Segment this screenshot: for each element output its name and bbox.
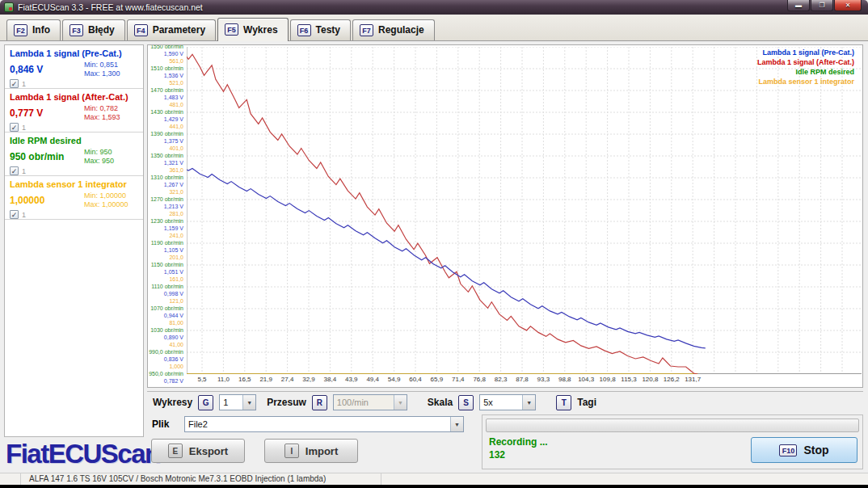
y-axis-tick: 401,01350 obr/min1,321 V bbox=[148, 145, 183, 166]
signal-checkbox-label: 1 bbox=[22, 80, 26, 88]
signal-checkbox[interactable]: ✓ bbox=[10, 210, 19, 219]
signal-title: Lambda sensor 1 integrator bbox=[10, 179, 138, 190]
signal-sidebar: Lambda 1 signal (Pre-Cat.)0,846 VMin: 0,… bbox=[4, 44, 144, 437]
y-axis-tick: 521,01470 obr/min1,483 V bbox=[148, 79, 183, 101]
recording-count: 132 bbox=[489, 449, 505, 461]
y-axis-tick: 321,01270 obr/min1,213 V bbox=[148, 188, 183, 210]
status-segment-blank bbox=[0, 473, 21, 485]
y-axis-tick: 81,001030 obr/min0,890 V bbox=[148, 319, 183, 341]
tab-wykres[interactable]: F5Wykres bbox=[217, 18, 288, 41]
signal-title: Lambda 1 signal (Pre-Cat.) bbox=[10, 48, 138, 59]
progress-bar bbox=[486, 419, 859, 432]
series-line bbox=[187, 168, 706, 348]
taskbar-edge bbox=[0, 485, 868, 488]
signal-checkbox[interactable]: ✓ bbox=[10, 79, 19, 88]
tab-label: Wykres bbox=[243, 24, 277, 36]
legend-item: Lambda 1 signal (Pre-Cat.) bbox=[757, 48, 854, 57]
tab-testy[interactable]: F6Testy bbox=[290, 19, 351, 40]
chevron-down-icon: ▼ bbox=[522, 395, 535, 410]
eksport-button[interactable]: E Eksport bbox=[151, 439, 245, 463]
key-f5-badge: F5 bbox=[225, 23, 238, 36]
tab-label: Info bbox=[32, 24, 50, 36]
main-area: Lambda 1 signal (Pre-Cat.)0,846 VMin: 0,… bbox=[0, 41, 868, 473]
chart-panel: 1,000950,0 obr/min0,782 V41,00990,0 obr/… bbox=[147, 44, 863, 388]
y-axis-tick: 1,000950,0 obr/min0,782 V bbox=[148, 363, 183, 385]
import-button[interactable]: I Import bbox=[264, 439, 358, 463]
chart-controls-row: Wykresy G 1 ▼ Przesuw R 100/min ▼ Skala … bbox=[147, 391, 863, 413]
signal-checkbox-label: 1 bbox=[22, 211, 26, 219]
window-title: FiatECUScan 3.3 - FREE at www.fiatecusca… bbox=[18, 2, 203, 12]
key-f4-badge: F4 bbox=[134, 24, 148, 36]
series-line bbox=[187, 49, 697, 374]
key-f7-badge: F7 bbox=[360, 24, 373, 36]
tab-parametery[interactable]: F4Parametery bbox=[127, 19, 216, 40]
key-e-badge: E bbox=[168, 444, 183, 458]
skala-select[interactable]: 5x ▼ bbox=[479, 394, 536, 410]
signal-value: 0,777 V bbox=[10, 104, 84, 122]
y-axis-tick: 41,00990,0 obr/min0,836 V bbox=[148, 341, 183, 363]
vehicle-info: ALFA 147 1.6 TS 16V 105CV / Bosch Motron… bbox=[21, 473, 381, 485]
app-window: FiatECUScan 3.3 - FREE at www.fiatecusca… bbox=[0, 0, 868, 485]
chevron-down-icon: ▼ bbox=[242, 395, 255, 410]
y-axis-tick: 601,01550 obr/min1,590 V bbox=[148, 44, 183, 57]
tagi-label: Tagi bbox=[577, 397, 596, 408]
fiatecuscan-logo: FiatECUScan bbox=[6, 439, 160, 469]
key-f10-badge: F10 bbox=[779, 444, 797, 456]
y-axis-tick: 481,01430 obr/min1,429 V bbox=[148, 101, 183, 123]
key-f3-badge: F3 bbox=[70, 24, 83, 36]
tab-błędy[interactable]: F3Błędy bbox=[62, 19, 125, 40]
signal-checkbox[interactable]: ✓ bbox=[10, 123, 19, 132]
close-button[interactable]: ✕ bbox=[834, 0, 862, 11]
key-f2-badge: F2 bbox=[14, 24, 27, 36]
signal-minmax: Min: 0,851Max: 1,300 bbox=[84, 61, 120, 78]
signal-minmax: Min: 950Max: 950 bbox=[84, 148, 114, 166]
status-bar: ALFA 147 1.6 TS 16V 105CV / Bosch Motron… bbox=[0, 473, 868, 485]
key-g-badge: G bbox=[198, 395, 213, 410]
signal-value: 1,00000 bbox=[10, 191, 84, 209]
signal-minmax: Min: 0,782Max: 1,593 bbox=[84, 104, 120, 122]
key-s-badge: S bbox=[458, 395, 474, 410]
tab-regulacje[interactable]: F7Regulacje bbox=[352, 19, 435, 40]
signal-checkbox[interactable]: ✓ bbox=[10, 166, 19, 175]
title-bar: FiatECUScan 3.3 - FREE at www.fiatecusca… bbox=[0, 0, 868, 15]
legend-item: Lambda 1 signal (After-Cat.) bbox=[757, 57, 854, 67]
y-axis-tick: 161,01110 obr/min0,998 V bbox=[148, 276, 183, 297]
signal-minmax: Min: 1,00000Max: 1,00000 bbox=[84, 191, 129, 209]
signal-value: 950 obr/min bbox=[10, 148, 84, 166]
y-axis-tick: 241,01190 obr/min1,105 V bbox=[148, 232, 183, 254]
stop-button[interactable]: F10 Stop bbox=[751, 437, 857, 463]
tab-label: Regulacje bbox=[378, 24, 424, 36]
legend-item: Lambda sensor 1 integrator bbox=[757, 77, 854, 86]
recording-status: Recording ... bbox=[489, 436, 548, 448]
tab-label: Błędy bbox=[88, 24, 115, 36]
przesuw-select: 100/min ▼ bbox=[333, 394, 407, 410]
signal-card: Lambda sensor 1 integrator1,00000Min: 1,… bbox=[5, 176, 143, 220]
signal-card: Lambda 1 signal (Pre-Cat.)0,846 VMin: 0,… bbox=[5, 45, 143, 89]
wykresy-select[interactable]: 1 ▼ bbox=[219, 394, 256, 410]
plik-label: Plik bbox=[147, 419, 184, 430]
key-i-badge: I bbox=[284, 444, 299, 458]
wykresy-label: Wykresy bbox=[153, 397, 192, 408]
chart-plot bbox=[187, 47, 862, 374]
tab-label: Testy bbox=[316, 24, 340, 36]
signal-value: 0,846 V bbox=[10, 61, 84, 78]
y-axis-tick: 561,01510 obr/min1,536 V bbox=[148, 57, 183, 79]
przesuw-label: Przesuw bbox=[267, 397, 306, 408]
y-axis-tick: 281,01230 obr/min1,159 V bbox=[148, 210, 183, 232]
signal-checkbox-label: 1 bbox=[22, 167, 26, 175]
tab-info[interactable]: F2Info bbox=[6, 19, 61, 40]
signal-card: Idle RPM desired950 obr/minMin: 950Max: … bbox=[5, 133, 143, 176]
key-t-badge: T bbox=[556, 395, 571, 410]
y-axis-tick: 441,01390 obr/min1,375 V bbox=[148, 123, 183, 145]
signal-title: Idle RPM desired bbox=[10, 136, 138, 146]
app-icon bbox=[4, 2, 14, 12]
file-select[interactable]: File2 ▼ bbox=[184, 416, 464, 432]
chart-legend: Lambda 1 signal (Pre-Cat.)Lambda 1 signa… bbox=[757, 48, 854, 86]
tab-label: Parametery bbox=[153, 24, 205, 36]
key-r-badge: R bbox=[312, 395, 327, 410]
chevron-down-icon: ▼ bbox=[450, 417, 463, 431]
key-f6-badge: F6 bbox=[297, 24, 311, 36]
signal-card: Lambda 1 signal (After-Cat.)0,777 VMin: … bbox=[5, 89, 143, 133]
minimize-button[interactable]: ▬ bbox=[787, 0, 810, 11]
maximize-button[interactable]: ❐ bbox=[811, 0, 833, 11]
